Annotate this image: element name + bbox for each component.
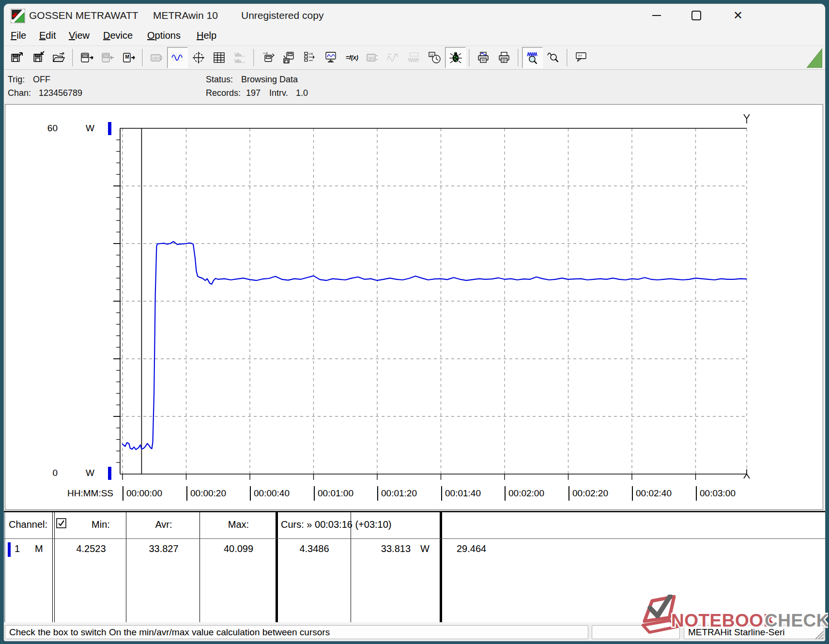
minimize-icon	[652, 15, 661, 16]
status-message: Check the box to switch On the min/avr/m…	[5, 625, 588, 639]
device-connect-button[interactable]	[258, 47, 278, 68]
x-tick-label: 00:02:20	[572, 488, 608, 499]
menu-device[interactable]: Device	[103, 30, 133, 41]
measurement-table: Channel: Min: Avr: Max: Curs: » 00:03:16…	[4, 511, 825, 622]
channel-config-icon: 1:M	[303, 51, 317, 64]
channel-config-button[interactable]: 1:M	[299, 47, 320, 68]
data-table-button[interactable]	[209, 47, 230, 68]
zoom-select-icon	[547, 51, 560, 64]
live-monitor-icon	[324, 51, 338, 64]
wave-multi-icon	[407, 51, 421, 64]
data-table-icon	[213, 51, 226, 64]
menu-options[interactable]: Options	[147, 30, 181, 41]
wave-multi-button[interactable]	[403, 47, 424, 68]
numeric-display-button[interactable]: 1257	[146, 47, 167, 68]
y-axis-max-label: 60	[43, 123, 58, 134]
read-device-button[interactable]: 321	[77, 47, 97, 68]
annotation-button[interactable]: ?!?	[571, 47, 592, 68]
svg-text:1257: 1257	[152, 57, 160, 60]
annotation-icon: ?!?	[575, 51, 588, 64]
row-channel-number[interactable]: 1	[15, 543, 20, 554]
wave-single-icon	[386, 51, 400, 64]
open-file-icon	[52, 51, 66, 64]
titlebar: GOSSEN METRAWATT METRAwin 10 Unregistere…	[4, 4, 825, 28]
menu-view[interactable]: View	[69, 30, 90, 41]
x-tick-label: 00:00:00	[126, 488, 162, 499]
x-tick-mark	[123, 486, 123, 501]
x-tick-mark	[632, 486, 633, 501]
print-preview-button[interactable]	[473, 47, 494, 68]
svg-text:321: 321	[368, 56, 375, 61]
chart-panel: 60 W 0 W HH:MM:SS 00:00:0000:00:2000:00:…	[5, 104, 823, 510]
open-file-button[interactable]	[48, 47, 69, 68]
live-monitor-button[interactable]	[320, 47, 341, 68]
save-file-button[interactable]	[7, 47, 28, 68]
table-divider-thick	[440, 512, 442, 622]
channel-scale-marker-top[interactable]	[108, 122, 111, 135]
svg-text:321: 321	[104, 55, 108, 58]
lcd-display-button[interactable]: 321	[362, 47, 383, 68]
x-tick-mark	[250, 486, 251, 501]
window-title-license: Unregistered copy	[241, 10, 323, 21]
row-cursor-delta-value: 29.464	[457, 543, 486, 554]
svg-text:321: 321	[83, 55, 87, 58]
svg-text:?!?: ?!?	[577, 54, 582, 58]
desktop-background: { "window": { "brand": "GOSSEN METRAWATT…	[0, 0, 829, 644]
app-window: GOSSEN METRAWATT METRAwin 10 Unregistere…	[4, 4, 825, 641]
row-channel-unit: M	[35, 543, 43, 554]
x-axis-format-label: HH:MM:SS	[67, 488, 113, 499]
svg-text:1:M: 1:M	[308, 52, 313, 55]
channel-color-marker	[8, 542, 11, 557]
zoom-chart-icon	[526, 51, 539, 64]
chan-label: Chan:	[8, 88, 31, 98]
minimize-button[interactable]	[645, 7, 668, 24]
table-header-underline	[4, 538, 825, 539]
menu-help[interactable]: Help	[197, 30, 216, 41]
formula-button[interactable]: =f(x)	[341, 47, 362, 68]
save-as-button[interactable]	[28, 47, 48, 68]
acquisition-info-panel: Trig: OFF Chan: 123456789 Status: Browsi…	[4, 70, 825, 104]
debug-beetle-button[interactable]	[445, 47, 466, 68]
row-cursor-b-unit: W	[420, 543, 430, 554]
row-min-value: 4.2523	[56, 543, 126, 554]
chart-view-icon	[171, 51, 184, 64]
histogram-icon	[233, 51, 247, 64]
power-chart[interactable]	[5, 105, 822, 508]
menu-file[interactable]: File	[11, 30, 26, 41]
zoom-chart-button[interactable]	[522, 47, 543, 68]
wave-single-button[interactable]	[383, 47, 403, 68]
maximize-button[interactable]	[685, 7, 707, 24]
toolbar-separator	[567, 49, 568, 66]
col-header-min: Min:	[56, 519, 126, 530]
x-tick-label: 00:01:00	[318, 488, 353, 499]
row-avr-value: 33.827	[128, 543, 200, 554]
menu-edit[interactable]: Edit	[39, 30, 56, 41]
x-tick-mark	[377, 486, 378, 501]
close-button[interactable]: ✕	[727, 7, 749, 24]
zoom-select-button[interactable]	[543, 47, 564, 68]
resize-grip[interactable]	[813, 629, 824, 640]
table-divider	[200, 512, 200, 622]
table-divider	[54, 512, 55, 622]
svg-text:M: M	[125, 54, 129, 60]
histogram-button[interactable]	[230, 47, 250, 68]
channel-scale-marker-bottom[interactable]	[108, 467, 111, 480]
device-store-button[interactable]	[278, 47, 299, 68]
x-tick-mark	[505, 486, 506, 501]
timer-clock-button[interactable]: 12	[424, 47, 445, 68]
col-header-cursors: Curs: » 00:03:16 (+03:10)	[281, 519, 391, 530]
trig-value: OFF	[33, 75, 50, 85]
print-icon	[498, 51, 511, 64]
y-axis-unit-top: W	[86, 123, 94, 134]
close-icon: ✕	[733, 10, 743, 21]
cursor-crosshair-button[interactable]	[188, 47, 209, 68]
debug-beetle-icon	[449, 51, 462, 64]
col-header-avr: Avr:	[128, 519, 200, 530]
x-tick-label: 00:01:40	[445, 488, 481, 499]
send-device-button[interactable]: 321	[97, 47, 118, 68]
read-memory-button[interactable]: M	[118, 47, 139, 68]
x-tick-mark	[441, 486, 442, 501]
col-header-max: Max:	[201, 519, 276, 530]
chart-view-button[interactable]	[167, 47, 188, 68]
print-button[interactable]	[494, 47, 515, 68]
